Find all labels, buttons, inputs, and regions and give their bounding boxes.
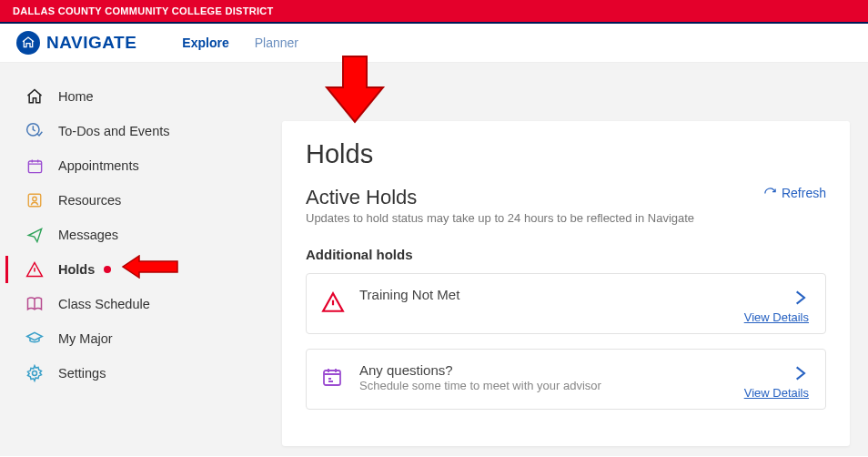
- svg-rect-1: [28, 160, 41, 172]
- hold-card-body: Any questions? Schedule some time to mee…: [359, 362, 730, 392]
- sidebar-item-label: Class Schedule: [58, 297, 150, 311]
- chevron-right-icon: [791, 362, 809, 388]
- sidebar-item-label: Messages: [58, 228, 118, 242]
- sidebar-item-class-schedule[interactable]: Class Schedule: [0, 287, 282, 321]
- warning-icon: [25, 260, 44, 279]
- view-details-link[interactable]: View Details: [744, 386, 809, 400]
- holds-panel: Holds Active Holds Updates to hold statu…: [282, 121, 850, 446]
- section-additional-holds: Additional holds: [306, 247, 826, 262]
- hold-card-body: Training Not Met: [359, 287, 730, 302]
- logo-icon: [16, 31, 40, 55]
- hold-card-action: View Details: [744, 287, 809, 324]
- org-name: DALLAS COUNTY COMMUNITY COLLEGE DISTRICT: [13, 5, 274, 16]
- sidebar-item-messages[interactable]: Messages: [0, 218, 282, 252]
- view-details-link[interactable]: View Details: [744, 310, 809, 324]
- person-card-icon: [25, 191, 44, 209]
- sidebar-item-todos[interactable]: To-Dos and Events: [0, 114, 282, 148]
- annotation-arrow-down: [323, 55, 387, 129]
- home-icon: [25, 87, 44, 106]
- subtitle: Active Holds: [306, 186, 694, 209]
- subtitle-desc: Updates to hold status may take up to 24…: [306, 211, 694, 225]
- logo-text: NAVIGATE: [46, 33, 136, 53]
- warning-icon: [321, 290, 345, 314]
- sidebar-item-label: Appointments: [58, 158, 139, 173]
- notification-dot: [104, 266, 111, 273]
- navbar: NAVIGATE Explore Planner: [0, 24, 868, 63]
- nav-links: Explore Planner: [182, 36, 298, 50]
- sidebar-item-label: Settings: [58, 366, 106, 381]
- hold-card-title: Training Not Met: [359, 287, 730, 302]
- hold-card-any-questions[interactable]: Any questions? Schedule some time to mee…: [306, 349, 826, 410]
- annotation-arrow-left: [121, 255, 179, 282]
- svg-rect-2: [28, 194, 41, 207]
- sidebar-item-home[interactable]: Home: [0, 79, 282, 114]
- calendar-icon: [321, 366, 345, 390]
- nav-explore[interactable]: Explore: [182, 36, 228, 50]
- subheader: Active Holds Updates to hold status may …: [306, 186, 826, 225]
- logo[interactable]: NAVIGATE: [16, 31, 136, 55]
- sidebar-item-resources[interactable]: Resources: [0, 183, 282, 218]
- sidebar-item-label: To-Dos and Events: [58, 124, 170, 138]
- sidebar-item-my-major[interactable]: My Major: [0, 321, 282, 356]
- hold-card-action: View Details: [744, 362, 809, 400]
- hold-card-training-not-met[interactable]: Training Not Met View Details: [306, 273, 826, 334]
- clock-check-icon: [25, 122, 44, 140]
- refresh-label: Refresh: [782, 186, 826, 200]
- paper-plane-icon: [25, 226, 44, 244]
- sidebar-item-label: Resources: [58, 193, 121, 208]
- svg-point-3: [33, 197, 37, 201]
- svg-point-4: [33, 371, 37, 376]
- refresh-button[interactable]: Refresh: [763, 186, 826, 200]
- page-title: Holds: [306, 139, 826, 169]
- sidebar-item-label: My Major: [58, 331, 113, 346]
- hold-card-sub: Schedule some time to meet with your adv…: [359, 379, 730, 392]
- graduation-cap-icon: [25, 330, 44, 348]
- chevron-right-icon: [791, 287, 809, 312]
- sidebar-item-appointments[interactable]: Appointments: [0, 148, 282, 183]
- book-icon: [25, 295, 44, 313]
- sidebar-item-settings[interactable]: Settings: [0, 356, 282, 391]
- sidebar-item-label: Holds: [58, 262, 95, 277]
- sidebar-item-label: Home: [58, 89, 94, 104]
- svg-rect-5: [324, 371, 340, 385]
- subheader-left: Active Holds Updates to hold status may …: [306, 186, 694, 225]
- nav-planner[interactable]: Planner: [255, 36, 298, 50]
- gear-icon: [25, 364, 44, 382]
- refresh-icon: [763, 187, 777, 200]
- calendar-icon: [25, 157, 44, 175]
- org-banner: DALLAS COUNTY COMMUNITY COLLEGE DISTRICT: [0, 0, 868, 24]
- hold-card-title: Any questions?: [359, 362, 730, 378]
